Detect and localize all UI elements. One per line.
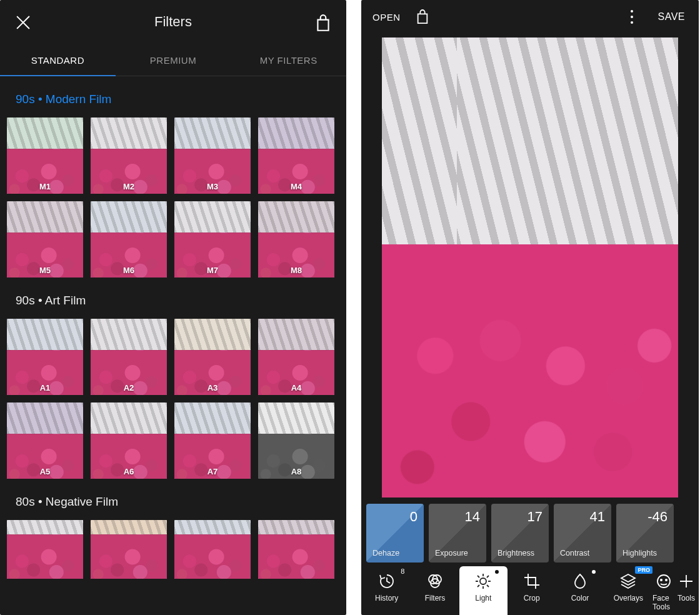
adjust-brightness[interactable]: 17Brightness: [491, 504, 549, 562]
svg-point-3: [480, 578, 486, 584]
filters-icon: [426, 572, 444, 590]
filter-grid: [7, 520, 339, 579]
filter-thumb-M6[interactable]: M6: [91, 201, 167, 278]
svg-point-13: [658, 575, 670, 588]
open-button[interactable]: OPEN: [372, 12, 401, 22]
nav-tools[interactable]: Tools: [675, 566, 698, 615]
tools-icon: [678, 572, 695, 590]
filter-thumb-A8[interactable]: A8: [258, 402, 334, 479]
nav-label: Face Tools: [652, 594, 675, 611]
tab-premium[interactable]: PREMIUM: [116, 46, 231, 76]
filter-label: M7: [174, 266, 251, 275]
filter-thumb-A6[interactable]: A6: [91, 402, 167, 479]
filter-thumb-M2[interactable]: M2: [91, 118, 167, 194]
adjust-exposure[interactable]: 14Exposure: [429, 504, 486, 562]
nav-label: Crop: [524, 594, 540, 602]
filters-panel: Filters STANDARDPREMIUMMY FILTERS 90s • …: [0, 0, 346, 615]
nav-label: Tools: [678, 594, 695, 602]
light-icon: [474, 572, 492, 590]
tab-standard[interactable]: STANDARD: [0, 46, 116, 76]
nav-label: Light: [475, 594, 491, 602]
filter-thumb-M1[interactable]: M1: [7, 118, 83, 194]
overlays-icon: [619, 572, 637, 590]
nav-filters[interactable]: Filters: [411, 566, 459, 615]
nav-crop[interactable]: Crop: [508, 566, 556, 615]
filter-thumb-A5[interactable]: A5: [7, 402, 83, 479]
filters-header: Filters: [0, 0, 346, 44]
history-icon: [378, 572, 396, 590]
filter-thumb-A1[interactable]: A1: [7, 319, 83, 395]
filter-thumb-item3[interactable]: [258, 520, 334, 579]
svg-marker-12: [621, 574, 635, 582]
filter-thumb-A3[interactable]: A3: [174, 319, 251, 395]
adjust-label: Exposure: [435, 549, 484, 558]
filter-thumb-M3[interactable]: M3: [174, 118, 251, 194]
section-title[interactable]: 80s • Negative Film: [7, 479, 339, 520]
color-icon: [571, 572, 589, 590]
editor-topbar: OPEN SAVE: [361, 0, 699, 34]
adjust-value: 14: [465, 509, 480, 525]
filter-thumb-item0[interactable]: [7, 520, 83, 579]
filter-label: M8: [258, 266, 334, 275]
filter-label: M5: [7, 266, 83, 275]
nav-label: Color: [571, 594, 589, 602]
filter-thumb-A2[interactable]: A2: [91, 319, 167, 395]
nav-history[interactable]: History8: [362, 566, 411, 615]
filter-thumb-M8[interactable]: M8: [258, 201, 334, 278]
nav-label: History: [375, 594, 398, 602]
filter-thumb-M4[interactable]: M4: [258, 118, 334, 194]
svg-point-14: [661, 579, 662, 581]
filter-thumb-M5[interactable]: M5: [7, 201, 83, 278]
adjust-highlights[interactable]: -46Highlights: [616, 504, 674, 562]
close-icon[interactable]: [15, 14, 31, 30]
tab-my-filters[interactable]: MY FILTERS: [231, 46, 346, 76]
filter-thumb-A7[interactable]: A7: [174, 402, 251, 479]
edit-indicator: [592, 570, 596, 574]
filter-label: A5: [7, 467, 83, 476]
section-title[interactable]: 90s • Modern Film: [7, 76, 339, 118]
nav-light[interactable]: Light: [459, 566, 508, 615]
filter-tabs: STANDARDPREMIUMMY FILTERS: [0, 46, 346, 76]
face-icon: [655, 572, 672, 590]
filter-thumb-A4[interactable]: A4: [258, 319, 334, 395]
adjust-value: 0: [410, 509, 418, 525]
filter-label: A2: [91, 383, 167, 392]
adjust-value: -46: [648, 509, 668, 525]
crop-icon: [523, 572, 541, 590]
filter-thumb-item2[interactable]: [174, 520, 251, 579]
adjust-value: 41: [590, 509, 605, 525]
light-adjustments[interactable]: 0Dehaze14Exposure17Brightness41Contrast-…: [361, 498, 699, 562]
edit-indicator: [495, 570, 499, 574]
image-preview[interactable]: [382, 38, 678, 498]
svg-line-9: [487, 585, 489, 587]
adjust-label: Dehaze: [372, 549, 421, 558]
pro-badge: PRO: [635, 566, 652, 574]
adjust-label: Contrast: [560, 549, 609, 558]
filter-label: A6: [91, 467, 167, 476]
save-button[interactable]: SAVE: [658, 11, 686, 22]
filters-title: Filters: [0, 14, 346, 30]
filter-label: A4: [258, 383, 334, 392]
filter-sections[interactable]: 90s • Modern FilmM1M2M3M4M5M6M7M890s • A…: [0, 76, 346, 579]
filter-label: M6: [91, 266, 167, 275]
store-icon[interactable]: [315, 14, 329, 30]
section-title[interactable]: 90s • Art Film: [7, 278, 339, 319]
nav-face-tools[interactable]: Face Tools: [652, 566, 675, 615]
nav-overlays[interactable]: OverlaysPRO: [604, 566, 652, 615]
store-icon[interactable]: [416, 9, 429, 25]
nav-label: Filters: [425, 594, 446, 602]
filter-label: A3: [174, 383, 251, 392]
adjust-contrast[interactable]: 41Contrast: [554, 504, 611, 562]
adjust-dehaze[interactable]: 0Dehaze: [366, 504, 424, 562]
filter-thumb-item1[interactable]: [91, 520, 167, 579]
svg-line-10: [478, 585, 479, 587]
filter-thumb-M7[interactable]: M7: [174, 201, 251, 278]
more-icon[interactable]: [631, 10, 633, 24]
nav-color[interactable]: Color: [556, 566, 604, 615]
adjust-label: Brightness: [498, 549, 546, 558]
svg-line-8: [478, 576, 479, 578]
filter-grid: A1A2A3A4A5A6A7A8: [7, 319, 339, 479]
adjust-label: Highlights: [622, 549, 671, 558]
history-count: 8: [401, 568, 404, 575]
filter-label: A7: [174, 467, 251, 476]
